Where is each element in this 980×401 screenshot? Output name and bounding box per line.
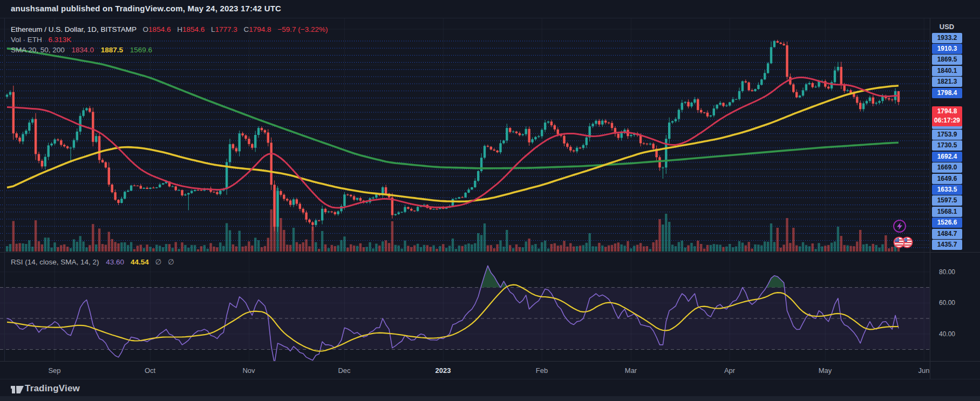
pane-separator[interactable] [0, 252, 980, 253]
time-axis-label: Sep [48, 366, 60, 375]
price-level-label: 1821.3 [932, 77, 962, 87]
ohlc-close-key: C [244, 25, 249, 33]
bottom-strip [0, 396, 980, 401]
volume-bars [6, 188, 900, 252]
rsi-label: RSI (14, close, SMA, 14, 2) [11, 258, 99, 266]
time-axis-label: May [819, 366, 832, 375]
ohlc-close-value: 1794.8 [249, 25, 271, 33]
rsi-value: 43.60 [106, 258, 124, 266]
current-price: 1794.8 [932, 107, 962, 116]
sma-label: SMA 20, 50, 200 [11, 46, 65, 54]
bar-countdown: 06:17:29 [932, 116, 962, 125]
price-level-label: 1730.5 [932, 140, 962, 151]
rsi-axis-label: 80.00 [932, 268, 962, 276]
ohlc-open-value: 1854.6 [148, 25, 171, 33]
price-level-label: 1798.4 [932, 88, 962, 98]
candlesticks[interactable] [6, 40, 900, 232]
rsi-legend-row[interactable]: RSI (14, close, SMA, 14, 2) 43.60 44.54 … [11, 257, 174, 266]
symbol-legend: Ethereum / U.S. Dollar, 1D, BITSTAMP O18… [11, 24, 328, 55]
symbol-legend-row[interactable]: Ethereum / U.S. Dollar, 1D, BITSTAMP O18… [11, 24, 328, 35]
price-level-label: 1633.5 [932, 185, 962, 195]
price-level-label: 1568.1 [932, 207, 962, 217]
change-value: −59.7 (−3.22%) [277, 25, 328, 33]
sma50-value: 1887.5 [101, 46, 123, 54]
time-axis-label: Nov [242, 366, 255, 375]
rsi-empty-value-2: ∅ [168, 258, 174, 266]
ohlc-high-key: H [177, 25, 182, 33]
volume-label: Vol · ETH [11, 36, 42, 44]
price-level-label: 1933.2 [932, 33, 962, 43]
time-axis-label: Mar [625, 366, 637, 375]
plot-left-border [4, 18, 5, 361]
price-level-label: 1692.4 [932, 152, 962, 162]
time-axis-label: Jun [918, 366, 930, 375]
ohlc-open-key: O [143, 25, 149, 33]
rsi-empty-value-1: ∅ [155, 258, 161, 266]
price-level-label: 1597.5 [932, 195, 962, 206]
price-level-label: 1649.6 [932, 174, 962, 184]
time-axis-label: Dec [338, 366, 350, 375]
time-axis-label: 2023 [435, 366, 451, 375]
time-axis-label: Apr [724, 366, 735, 375]
rsi-axis-label: 60.00 [932, 298, 962, 307]
volume-value: 6.313K [49, 36, 72, 44]
volume-legend-row[interactable]: Vol · ETH 6.313K [11, 35, 328, 45]
footer-bar: TradingView [0, 379, 980, 397]
time-axis[interactable]: SepOctNovDec2023FebMarAprMayJun [0, 362, 980, 379]
ohlc-high-value: 1854.6 [182, 25, 205, 33]
rsi-axis-label: 40.00 [932, 330, 962, 338]
rsi-sma-value: 44.54 [131, 258, 149, 266]
time-axis-label: Feb [536, 366, 548, 375]
sma-legend-row[interactable]: SMA 20, 50, 200 1834.0 1887.5 1569.6 [11, 45, 328, 55]
ohlc-low-value: 1777.3 [215, 25, 237, 33]
symbol-title[interactable]: Ethereum / U.S. Dollar, 1D, BITSTAMP [11, 25, 137, 33]
price-level-label: 1669.0 [932, 162, 962, 173]
chart-canvas[interactable] [0, 18, 930, 379]
price-level-label: 1526.6 [932, 218, 962, 228]
price-axis[interactable]: USD 1933.21910.31869.51840.11821.31798.4… [930, 18, 980, 379]
ohlc-low-key: L [211, 25, 215, 33]
price-level-label: 1753.9 [932, 130, 962, 140]
publish-line: anushsamal published on TradingView.com,… [11, 4, 281, 13]
price-level-label: 1435.7 [932, 240, 962, 250]
price-level-label: 1869.5 [932, 55, 962, 65]
publish-bar: anushsamal published on TradingView.com,… [0, 0, 980, 18]
sma200-value: 1569.6 [130, 46, 152, 54]
currency-label: USD [932, 23, 962, 31]
sma20-value: 1834.0 [72, 46, 94, 54]
tradingview-brand[interactable]: TradingView [25, 383, 80, 394]
rsi-overbought-fill [481, 266, 785, 287]
price-level-label: 1484.7 [932, 229, 962, 239]
time-axis-label: Oct [145, 366, 155, 375]
current-price-badge: 1794.8 06:17:29 [932, 106, 962, 126]
sma200-line[interactable] [7, 49, 899, 168]
price-level-label: 1840.1 [932, 66, 962, 76]
us-economic-event-icon[interactable] [894, 237, 904, 248]
crypto-event-icon[interactable] [894, 220, 906, 232]
price-level-label: 1910.3 [932, 44, 962, 54]
price-level-lines[interactable] [0, 41, 930, 248]
chart-widget[interactable]: Ethereum / U.S. Dollar, 1D, BITSTAMP O18… [0, 18, 980, 379]
tradingview-logo-icon[interactable] [10, 383, 24, 395]
